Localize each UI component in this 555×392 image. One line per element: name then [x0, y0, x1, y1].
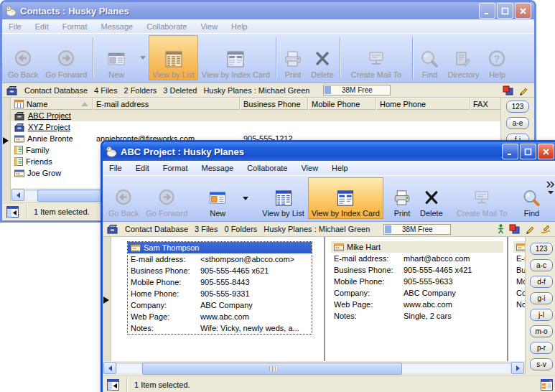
edit-pencil-icon[interactable]	[518, 85, 528, 95]
tab-a-e[interactable]: a-e	[506, 117, 529, 129]
find-button[interactable]: Find	[415, 35, 444, 80]
menu-format[interactable]: Format	[62, 22, 88, 31]
view-panel-icon[interactable]	[541, 379, 553, 391]
go-forward-button[interactable]: Go Forward	[142, 177, 191, 219]
find-button[interactable]: Find	[517, 177, 546, 219]
scroll-left-button[interactable]	[11, 189, 24, 201]
close-button[interactable]	[515, 3, 531, 19]
tab-a-c[interactable]: a-c	[530, 259, 553, 271]
print-button[interactable]: Print	[388, 177, 416, 219]
tab-p-r[interactable]: p-r	[530, 342, 553, 354]
status-text: 1 Item selected.	[134, 381, 190, 389]
menu-help[interactable]: Help	[332, 164, 348, 172]
folders-panel-toggle-icon[interactable]	[107, 379, 119, 391]
print-icon	[282, 50, 304, 69]
menu-message[interactable]: Message	[202, 164, 234, 172]
scrollbar-thumb[interactable]	[142, 363, 402, 375]
field-value: 905-555-4465 x621	[200, 266, 312, 275]
maximize-button[interactable]	[520, 144, 536, 159]
abc-project-titlebar[interactable]: ABC Project : Husky Planes	[103, 142, 555, 161]
menu-view[interactable]: View	[200, 22, 218, 31]
close-button[interactable]	[538, 144, 554, 159]
menu-view[interactable]: View	[301, 164, 318, 172]
directory-icon	[452, 50, 474, 69]
desktop: Contacts : Husky Planes File Edit Format…	[0, 0, 555, 392]
view-by-index-card-button[interactable]: View by Index Card	[198, 35, 274, 80]
cards-left-margin	[103, 237, 111, 361]
menu-collaborate[interactable]: Collaborate	[247, 164, 287, 172]
menu-edit[interactable]: Edit	[136, 164, 149, 172]
person-icon[interactable]	[498, 224, 504, 234]
go-forward-button[interactable]: Go Forward	[42, 35, 90, 80]
table-row[interactable]: ABC Project	[11, 110, 500, 121]
menu-format[interactable]: Format	[163, 164, 188, 172]
delete-button[interactable]: Delete	[307, 35, 337, 80]
print-button[interactable]: Print	[279, 35, 307, 80]
delete-icon	[312, 50, 333, 69]
menu-file[interactable]: File	[9, 22, 22, 31]
table-row[interactable]: XYZ Project	[11, 121, 500, 133]
tab-j-l[interactable]: j-l	[530, 309, 553, 321]
toolbar-overflow-chevron-icon[interactable]	[546, 177, 555, 219]
card-header[interactable]	[513, 241, 525, 253]
card-header[interactable]: Sam Thompson	[128, 242, 312, 253]
column-header-home-phone[interactable]: Home Phone	[376, 98, 470, 110]
menu-collaborate[interactable]: Collaborate	[146, 22, 187, 31]
create-mail-to-button[interactable]: Create Mail To	[342, 35, 411, 80]
tab-s-v[interactable]: s-v	[530, 358, 553, 370]
index-card-partial[interactable]: E-mail address: Business Phone: Mobile P…	[513, 241, 525, 310]
menu-file[interactable]: File	[109, 164, 122, 172]
scroll-left-button[interactable]	[103, 362, 116, 374]
tab-123[interactable]: 123	[530, 243, 553, 255]
card-header[interactable]: Mike Hart	[331, 241, 503, 253]
signature-pencil-icon[interactable]	[540, 224, 551, 234]
info-bar: Contact Database 3 Files 0 Folders Husky…	[103, 222, 555, 237]
go-back-button[interactable]: Go Back	[105, 177, 142, 219]
maximize-button[interactable]	[497, 3, 513, 19]
scrollbar-track[interactable]	[116, 363, 511, 373]
menu-edit[interactable]: Edit	[35, 22, 49, 31]
contacts-titlebar[interactable]: Contacts : Husky Planes	[2, 2, 534, 19]
edit-pencil-icon[interactable]	[525, 224, 535, 234]
status-separator	[126, 378, 127, 392]
view-by-list-button[interactable]: View by List	[149, 35, 198, 80]
column-header-business-phone[interactable]: Business Phone	[240, 98, 308, 110]
column-header-name[interactable]: Name	[11, 98, 93, 110]
create-mail-to-button[interactable]: Create Mail To	[451, 177, 513, 219]
directory-button[interactable]: Directory	[444, 35, 482, 80]
tab-m-o[interactable]: m-o	[530, 325, 553, 337]
new-dropdown-arrow-icon[interactable]	[140, 56, 146, 60]
minimize-button[interactable]	[479, 3, 495, 19]
infobar-deleted: 3 Deleted	[163, 86, 197, 95]
find-icon	[521, 189, 542, 207]
field-value: www.abc.com	[200, 312, 312, 321]
categories-icon[interactable]	[503, 85, 513, 95]
menu-message[interactable]: Message	[101, 22, 134, 31]
tab-g-i[interactable]: g-i	[530, 292, 553, 304]
go-back-button[interactable]: Go Back	[4, 35, 42, 80]
scroll-right-button[interactable]	[511, 362, 524, 374]
view-by-list-button[interactable]: View by List	[258, 177, 308, 219]
index-card-mike-hart[interactable]: Mike Hart E-mail address:mhart@abcco.com…	[331, 241, 503, 322]
column-header-email[interactable]: E-mail address	[93, 98, 240, 110]
new-button[interactable]: New	[95, 35, 137, 80]
menu-help[interactable]: Help	[231, 22, 248, 31]
new-dropdown-arrow-icon[interactable]	[243, 197, 248, 200]
categories-icon[interactable]	[509, 224, 520, 234]
column-header-fax[interactable]: FAX	[470, 98, 500, 110]
new-button[interactable]: New	[195, 177, 240, 219]
folders-panel-toggle-icon[interactable]	[6, 206, 19, 218]
app-duck-icon	[5, 5, 17, 17]
column-header-mobile-phone[interactable]: Mobile Phone	[308, 98, 376, 110]
index-card-sam-thompson[interactable]: Sam Thompson E-mail address:<sthompson@a…	[127, 241, 312, 335]
delete-button[interactable]: Delete	[416, 177, 447, 219]
sort-ascending-icon	[81, 102, 88, 106]
help-button[interactable]: ? Help	[482, 35, 511, 80]
contact-database-icon	[6, 85, 18, 95]
contact-card-icon	[516, 243, 525, 251]
minimize-button[interactable]	[502, 144, 518, 159]
tab-123[interactable]: 123	[506, 101, 529, 113]
view-by-index-card-button[interactable]: View by Index Card	[308, 177, 383, 219]
tab-d-f[interactable]: d-f	[530, 276, 553, 288]
field-label: Business Phone:	[131, 266, 200, 275]
